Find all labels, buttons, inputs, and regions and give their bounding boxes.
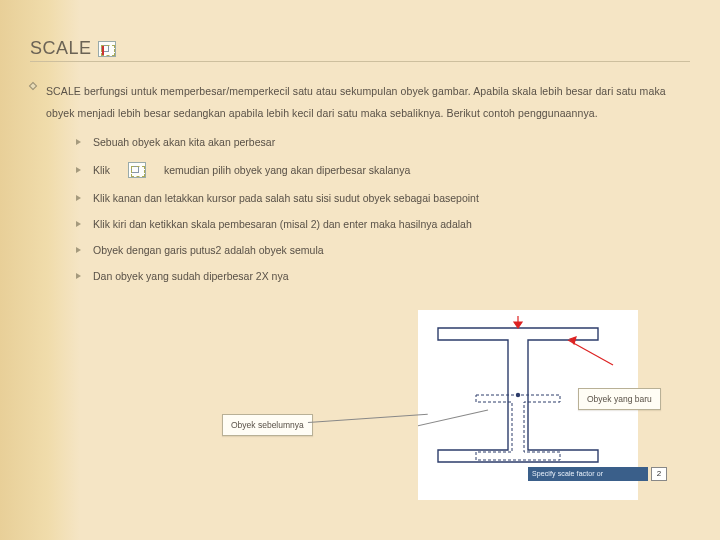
callout-text: Obyek sebelumnya xyxy=(231,420,304,430)
step-text-b: kemudian pilih obyek yang akan diperbesa… xyxy=(164,164,410,176)
step-4: Klik kiri dan ketikkan skala pembesaran … xyxy=(76,218,690,230)
intro-text: SCALE berfungsi untuk memperbesar/memper… xyxy=(46,80,690,124)
callout-text: Obyek yang baru xyxy=(587,394,652,404)
chevron-bullet-icon xyxy=(76,139,81,145)
command-prompt: Specify scale factor or xyxy=(528,467,648,481)
prompt-label: Specify scale factor or xyxy=(532,470,603,477)
svg-line-3 xyxy=(568,340,613,365)
step-text: Klik kiri dan ketikkan skala pembesaran … xyxy=(93,218,472,230)
scale-tool-icon xyxy=(128,162,146,178)
heading-row: SCALE xyxy=(30,38,690,59)
scale-factor-value: 2 xyxy=(657,469,661,478)
step-text: Klik kanan dan letakkan kursor pada sala… xyxy=(93,192,479,204)
svg-line-5 xyxy=(418,410,488,428)
scale-factor-input[interactable]: 2 xyxy=(651,467,667,481)
chevron-bullet-icon xyxy=(76,221,81,227)
chevron-bullet-icon xyxy=(76,167,81,173)
step-list: Sebuah obyek akan kita akan perbesar Kli… xyxy=(76,136,690,282)
intro-block: SCALE berfungsi untuk memperbesar/memper… xyxy=(30,80,690,124)
step-6: Dan obyek yang sudah diperbesar 2X nya xyxy=(76,270,690,282)
slide-content: SCALE SCALE berfungsi untuk memperbesar/… xyxy=(0,0,720,282)
chevron-bullet-icon xyxy=(76,195,81,201)
page-title: SCALE xyxy=(30,38,92,59)
diamond-bullet-icon xyxy=(29,82,37,90)
step-text: Sebuah obyek akan kita akan perbesar xyxy=(93,136,275,148)
step-text-a: Klik xyxy=(93,164,110,176)
heading-underline xyxy=(30,61,690,62)
step-text: Dan obyek yang sudah diperbesar 2X nya xyxy=(93,270,289,282)
scale-tool-icon xyxy=(98,41,116,57)
leader-line xyxy=(308,414,428,423)
step-3: Klik kanan dan letakkan kursor pada sala… xyxy=(76,192,690,204)
step-5: Obyek dengan garis putus2 adalah obyek s… xyxy=(76,244,690,256)
step-text: Obyek dengan garis putus2 adalah obyek s… xyxy=(93,244,324,256)
svg-marker-4 xyxy=(570,337,576,344)
step-2: Klik kemudian pilih obyek yang akan dipe… xyxy=(76,162,690,178)
chevron-bullet-icon xyxy=(76,273,81,279)
callout-previous-object: Obyek sebelumnya xyxy=(222,414,313,436)
callout-new-object: Obyek yang baru xyxy=(578,388,661,410)
step-1: Sebuah obyek akan kita akan perbesar xyxy=(76,136,690,148)
chevron-bullet-icon xyxy=(76,247,81,253)
svg-marker-2 xyxy=(514,322,522,328)
